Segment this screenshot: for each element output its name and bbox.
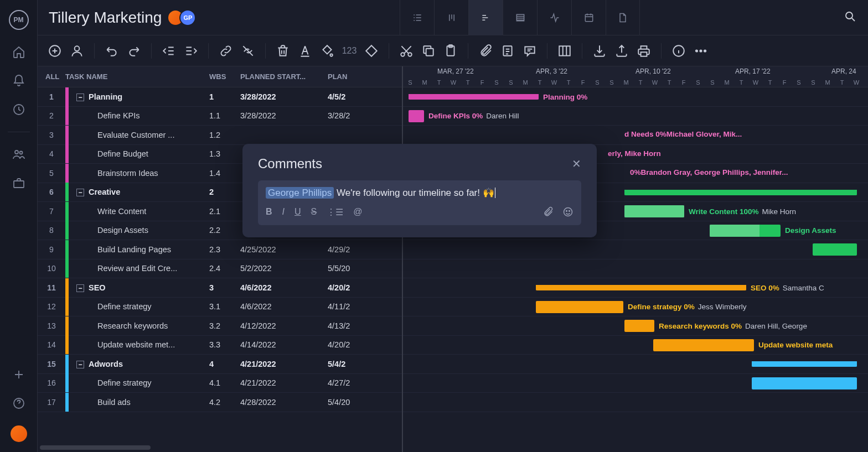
search-icon[interactable] xyxy=(844,10,857,25)
attach-icon[interactable] xyxy=(478,44,493,58)
task-row[interactable]: 14Update website met...3.34/14/20224/20/… xyxy=(38,336,402,355)
avatar-2[interactable]: GP xyxy=(179,9,196,26)
briefcase-icon[interactable] xyxy=(12,176,25,190)
list-view-tab[interactable] xyxy=(400,0,434,35)
close-icon[interactable]: ✕ xyxy=(572,157,581,170)
timeline-row[interactable]: Planning 0% xyxy=(403,87,868,107)
task-row[interactable]: 17Build ads4.24/28/20225/4/20 xyxy=(38,393,402,412)
sheet-view-tab[interactable] xyxy=(503,0,537,35)
timeline-row[interactable] xyxy=(403,259,868,279)
svg-point-18 xyxy=(696,50,698,51)
separator xyxy=(582,43,582,59)
redo-icon[interactable] xyxy=(127,44,141,58)
task-row[interactable]: 13Research keywords3.24/12/20224/13/2 xyxy=(38,316,402,336)
task-row[interactable]: 10Review and Edit Cre...2.45/2/20225/5/2… xyxy=(38,259,402,279)
task-row[interactable]: 9Build Landing Pages2.34/25/20224/29/2 xyxy=(38,240,402,259)
task-row[interactable]: 2Define KPIs1.13/28/20223/28/2 xyxy=(38,107,402,126)
task-row[interactable]: 1−Planning13/28/20224/5/2 xyxy=(38,87,402,107)
bell-icon[interactable] xyxy=(12,74,25,87)
timeline-row[interactable]: Research keywords 0%Daren Hill, George xyxy=(403,316,868,336)
task-row[interactable]: 11−SEO34/6/20224/20/2 xyxy=(38,278,402,298)
timeline-row[interactable]: Define strategy 0%Jess Wimberly xyxy=(403,298,868,317)
attachment-icon[interactable] xyxy=(542,205,554,219)
app-logo[interactable]: PM xyxy=(9,10,29,30)
unlink-icon[interactable] xyxy=(241,44,255,58)
plus-icon[interactable] xyxy=(12,368,25,381)
info-icon[interactable] xyxy=(671,44,686,58)
svg-rect-12 xyxy=(426,48,433,55)
person-icon[interactable] xyxy=(70,44,84,58)
svg-point-20 xyxy=(704,50,706,51)
timeline-row[interactable]: Define KPIs 0%Daren Hill xyxy=(403,107,868,126)
home-icon[interactable] xyxy=(12,45,25,59)
gantt-view-tab[interactable] xyxy=(468,0,503,35)
fill-icon[interactable] xyxy=(320,44,334,58)
clock-icon[interactable] xyxy=(12,103,25,116)
add-icon[interactable] xyxy=(48,44,62,58)
separator xyxy=(208,43,209,59)
comment-input[interactable]: George Phillips We're following our time… xyxy=(258,180,581,225)
undo-icon[interactable] xyxy=(105,44,119,58)
strike-icon[interactable]: S xyxy=(311,207,317,217)
timeline-row[interactable]: Update website meta xyxy=(403,336,868,355)
bold-icon[interactable]: B xyxy=(266,207,272,217)
col-start[interactable]: PLANNED START... xyxy=(240,72,328,81)
svg-point-1 xyxy=(15,150,18,154)
separator xyxy=(547,43,547,59)
emoji-icon[interactable] xyxy=(562,205,574,219)
task-row[interactable]: 12Define strategy3.14/6/20224/11/2 xyxy=(38,298,402,317)
col-all[interactable]: ALL xyxy=(38,72,65,81)
cut-icon[interactable] xyxy=(399,44,414,58)
text-style-icon[interactable] xyxy=(298,44,312,58)
italic-icon[interactable]: I xyxy=(282,207,285,217)
calendar-view-tab[interactable] xyxy=(571,0,606,35)
print-icon[interactable] xyxy=(637,44,651,58)
mention-icon[interactable]: @ xyxy=(353,207,362,217)
paste-icon[interactable] xyxy=(443,44,458,58)
import-icon[interactable] xyxy=(592,44,607,58)
list-icon[interactable]: ⋮☰ xyxy=(327,207,343,217)
member-avatars[interactable]: GP xyxy=(172,9,196,26)
scrollbar[interactable] xyxy=(40,445,151,450)
task-row[interactable]: 16Define strategy4.14/21/20224/27/2 xyxy=(38,374,402,393)
timeline-row[interactable]: SEO 0%Samantha C xyxy=(403,278,868,298)
left-rail: PM xyxy=(0,0,38,452)
timeline-row[interactable] xyxy=(403,355,868,374)
export-icon[interactable] xyxy=(614,44,629,58)
mention-tag[interactable]: George Phillips xyxy=(266,187,334,199)
columns-icon[interactable] xyxy=(557,44,572,58)
link-icon[interactable] xyxy=(219,44,233,58)
col-name[interactable]: TASK NAME xyxy=(65,72,209,81)
task-row[interactable]: 3Evaluate Customer ...1.2 xyxy=(38,126,402,145)
help-icon[interactable] xyxy=(12,397,25,410)
activity-view-tab[interactable] xyxy=(537,0,571,35)
trash-icon[interactable] xyxy=(276,44,290,58)
file-view-tab[interactable] xyxy=(606,0,640,35)
timeline-row[interactable] xyxy=(403,393,868,412)
col-wbs[interactable]: WBS xyxy=(209,72,240,81)
separator xyxy=(468,43,468,59)
comment-icon[interactable] xyxy=(523,44,537,58)
divider xyxy=(8,132,30,132)
timeline-body[interactable]: Planning 0%Define KPIs 0%Daren Hilld Nee… xyxy=(403,87,868,412)
timeline-row[interactable] xyxy=(403,374,868,393)
people-icon[interactable] xyxy=(12,148,25,161)
outdent-icon[interactable] xyxy=(162,44,176,58)
diamond-icon[interactable] xyxy=(364,44,379,58)
timeline: MAR, 27 '22APR, 3 '22APR, 10 '22APR, 17 … xyxy=(403,66,868,452)
note-icon[interactable] xyxy=(500,44,515,58)
board-view-tab[interactable] xyxy=(434,0,468,35)
indent-icon[interactable] xyxy=(184,44,198,58)
number-format[interactable]: 123 xyxy=(342,44,356,58)
more-icon[interactable] xyxy=(694,44,708,58)
underline-icon[interactable]: U xyxy=(294,207,301,217)
timeline-row[interactable]: d Needs 0%Michael Glover, Mik... xyxy=(403,126,868,145)
timeline-row[interactable] xyxy=(403,240,868,259)
project-title: Tillery Marketing xyxy=(49,9,162,27)
svg-point-10 xyxy=(401,53,405,56)
col-end[interactable]: PLAN xyxy=(328,72,402,81)
user-avatar[interactable] xyxy=(11,425,27,442)
task-row[interactable]: 15−Adwords44/21/20225/4/2 xyxy=(38,355,402,374)
format-bar: B I U S ⋮☰ @ xyxy=(266,205,574,219)
copy-icon[interactable] xyxy=(421,44,436,58)
